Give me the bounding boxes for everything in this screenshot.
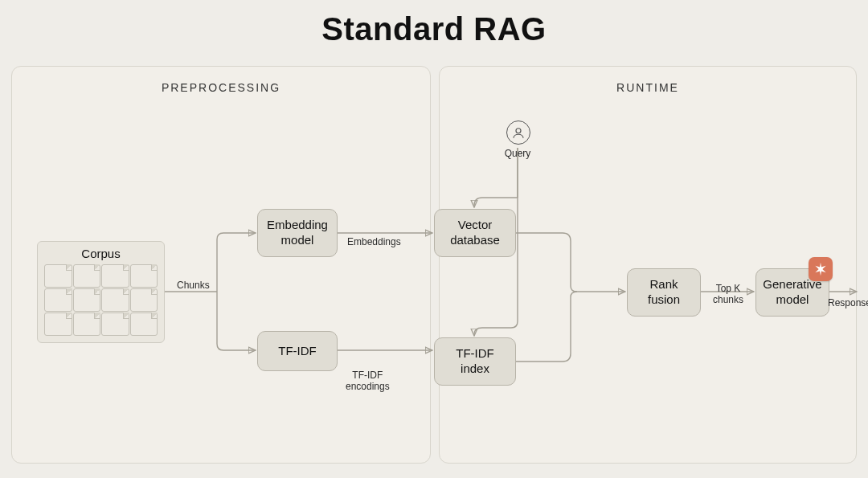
anthropic-logo-icon <box>809 257 833 281</box>
rank-fusion-label: Rank fusion <box>648 277 680 308</box>
diagram-title: Standard RAG <box>0 11 868 47</box>
corpus-documents-icon <box>44 264 158 336</box>
query-label: Query <box>495 148 540 159</box>
tfidf-label: TF-IDF <box>278 344 316 359</box>
vector-database-label: Vector database <box>450 218 500 248</box>
rank-fusion-node: Rank fusion <box>627 268 701 317</box>
chunks-edge-label: Chunks <box>177 280 210 291</box>
topk-edge-label: Top K chunks <box>706 283 751 305</box>
corpus-label: Corpus <box>38 247 164 260</box>
tfidf-index-label: TF-IDF index <box>456 346 493 377</box>
vector-database-node: Vector database <box>434 209 516 257</box>
user-icon <box>506 121 530 145</box>
tfidf-encodings-edge-label: TF-IDF encodings <box>346 370 390 392</box>
tfidf-node: TF-IDF <box>257 331 338 371</box>
runtime-heading: RUNTIME <box>440 81 856 94</box>
embedding-model-node: Embedding model <box>257 209 338 257</box>
corpus-node: Corpus <box>37 241 165 343</box>
runtime-panel: RUNTIME <box>439 66 857 464</box>
tfidf-index-node: TF-IDF index <box>434 337 516 386</box>
generative-model-label: Generative model <box>763 277 821 308</box>
embedding-model-label: Embedding model <box>267 218 328 248</box>
embeddings-edge-label: Embeddings <box>347 236 401 247</box>
response-edge-label: Response <box>828 297 868 308</box>
svg-point-0 <box>516 129 521 133</box>
preprocessing-heading: PREPROCESSING <box>12 81 430 94</box>
